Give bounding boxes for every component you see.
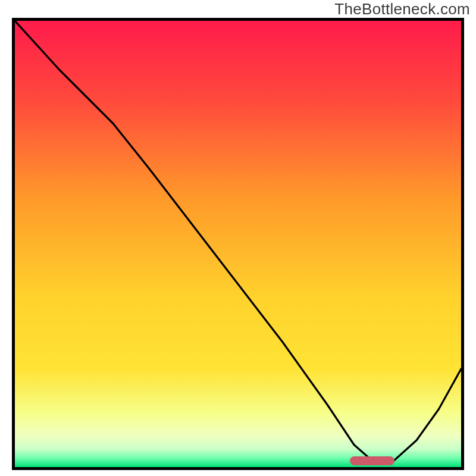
- chart-frame: TheBottleneck.com: [0, 0, 476, 476]
- watermark-text: TheBottleneck.com: [334, 0, 470, 18]
- plot-area: [12, 18, 464, 470]
- optimum-marker: [350, 456, 394, 465]
- bottleneck-curve: [15, 21, 461, 467]
